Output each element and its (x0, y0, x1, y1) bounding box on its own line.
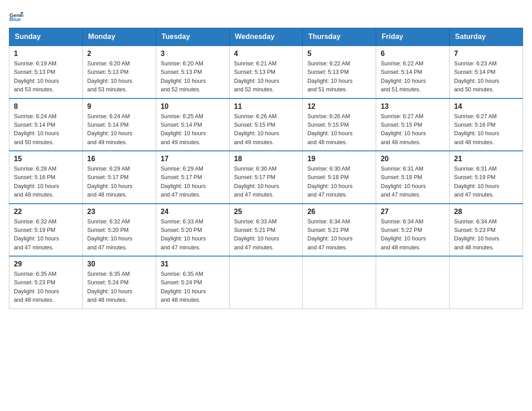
week-row-1: 1 Sunrise: 6:19 AM Sunset: 5:13 PM Dayli… (9, 46, 523, 98)
week-row-2: 8 Sunrise: 6:24 AM Sunset: 5:14 PM Dayli… (9, 98, 523, 151)
calendar-cell: 8 Sunrise: 6:24 AM Sunset: 5:14 PM Dayli… (9, 98, 83, 151)
calendar-cell (376, 256, 450, 308)
day-info: Sunrise: 6:33 AM Sunset: 5:21 PM Dayligh… (234, 218, 279, 251)
calendar-cell (303, 256, 376, 308)
day-info: Sunrise: 6:29 AM Sunset: 5:17 PM Dayligh… (87, 166, 133, 198)
calendar-cell: 29 Sunrise: 6:35 AM Sunset: 5:23 PM Dayl… (9, 256, 83, 308)
calendar-cell: 9 Sunrise: 6:24 AM Sunset: 5:14 PM Dayli… (82, 98, 156, 151)
week-row-4: 22 Sunrise: 6:32 AM Sunset: 5:19 PM Dayl… (9, 204, 523, 257)
day-info: Sunrise: 6:32 AM Sunset: 5:20 PM Dayligh… (87, 218, 133, 251)
day-info: Sunrise: 6:20 AM Sunset: 5:13 PM Dayligh… (87, 60, 133, 93)
day-number: 23 (87, 208, 151, 216)
day-info: Sunrise: 6:34 AM Sunset: 5:22 PM Dayligh… (381, 218, 426, 251)
calendar-cell: 27 Sunrise: 6:34 AM Sunset: 5:22 PM Dayl… (376, 204, 450, 257)
day-number: 24 (161, 208, 225, 216)
weekday-header-wednesday: Wednesday (229, 28, 303, 46)
weekday-header-sunday: Sunday (9, 28, 83, 46)
logo-icon: General Blue (9, 9, 23, 23)
day-info: Sunrise: 6:19 AM Sunset: 5:13 PM Dayligh… (14, 60, 59, 93)
calendar-cell: 2 Sunrise: 6:20 AM Sunset: 5:13 PM Dayli… (82, 46, 156, 98)
day-info: Sunrise: 6:20 AM Sunset: 5:13 PM Dayligh… (161, 60, 206, 93)
day-number: 7 (454, 50, 518, 58)
weekday-header-friday: Friday (376, 28, 450, 46)
day-info: Sunrise: 6:28 AM Sunset: 5:16 PM Dayligh… (14, 166, 59, 198)
weekday-header-monday: Monday (82, 28, 156, 46)
day-number: 30 (87, 260, 151, 268)
calendar-cell: 13 Sunrise: 6:27 AM Sunset: 5:15 PM Dayl… (376, 98, 450, 151)
calendar-cell: 26 Sunrise: 6:34 AM Sunset: 5:21 PM Dayl… (303, 204, 376, 257)
day-number: 31 (161, 260, 225, 268)
calendar-cell: 22 Sunrise: 6:32 AM Sunset: 5:19 PM Dayl… (9, 204, 83, 257)
calendar-cell: 31 Sunrise: 6:35 AM Sunset: 5:24 PM Dayl… (156, 256, 229, 308)
day-number: 13 (381, 103, 445, 111)
day-info: Sunrise: 6:27 AM Sunset: 5:16 PM Dayligh… (454, 113, 499, 146)
svg-text:Blue: Blue (9, 16, 21, 22)
day-info: Sunrise: 6:24 AM Sunset: 5:14 PM Dayligh… (87, 113, 133, 146)
day-number: 5 (307, 50, 371, 58)
calendar-cell (229, 256, 303, 308)
day-number: 1 (14, 50, 78, 58)
calendar-cell: 12 Sunrise: 6:26 AM Sunset: 5:15 PM Dayl… (303, 98, 376, 151)
weekday-header-thursday: Thursday (303, 28, 376, 46)
day-info: Sunrise: 6:34 AM Sunset: 5:21 PM Dayligh… (307, 218, 352, 251)
day-info: Sunrise: 6:21 AM Sunset: 5:13 PM Dayligh… (234, 60, 279, 93)
day-number: 14 (454, 103, 518, 111)
calendar-cell: 10 Sunrise: 6:25 AM Sunset: 5:14 PM Dayl… (156, 98, 229, 151)
day-info: Sunrise: 6:30 AM Sunset: 5:18 PM Dayligh… (307, 166, 352, 198)
day-number: 17 (161, 155, 225, 163)
calendar-cell: 24 Sunrise: 6:33 AM Sunset: 5:20 PM Dayl… (156, 204, 229, 257)
day-number: 27 (381, 208, 445, 216)
day-number: 18 (234, 155, 298, 163)
day-info: Sunrise: 6:31 AM Sunset: 5:19 PM Dayligh… (454, 166, 499, 198)
day-number: 22 (14, 208, 78, 216)
calendar-cell (450, 256, 523, 308)
calendar-cell: 21 Sunrise: 6:31 AM Sunset: 5:19 PM Dayl… (450, 151, 523, 204)
calendar-cell: 4 Sunrise: 6:21 AM Sunset: 5:13 PM Dayli… (229, 46, 303, 98)
day-number: 25 (234, 208, 298, 216)
week-row-3: 15 Sunrise: 6:28 AM Sunset: 5:16 PM Dayl… (9, 151, 523, 204)
day-info: Sunrise: 6:27 AM Sunset: 5:15 PM Dayligh… (381, 113, 426, 146)
day-number: 28 (454, 208, 518, 216)
day-info: Sunrise: 6:31 AM Sunset: 5:18 PM Dayligh… (381, 166, 426, 198)
calendar-cell: 23 Sunrise: 6:32 AM Sunset: 5:20 PM Dayl… (82, 204, 156, 257)
day-number: 15 (14, 155, 78, 163)
calendar-cell: 3 Sunrise: 6:20 AM Sunset: 5:13 PM Dayli… (156, 46, 229, 98)
calendar-cell: 18 Sunrise: 6:30 AM Sunset: 5:17 PM Dayl… (229, 151, 303, 204)
day-number: 12 (307, 103, 371, 111)
day-number: 16 (87, 155, 151, 163)
day-number: 20 (381, 155, 445, 163)
calendar-cell: 20 Sunrise: 6:31 AM Sunset: 5:18 PM Dayl… (376, 151, 450, 204)
calendar-cell: 14 Sunrise: 6:27 AM Sunset: 5:16 PM Dayl… (450, 98, 523, 151)
calendar-cell: 25 Sunrise: 6:33 AM Sunset: 5:21 PM Dayl… (229, 204, 303, 257)
day-number: 9 (87, 103, 151, 111)
calendar-cell: 7 Sunrise: 6:23 AM Sunset: 5:14 PM Dayli… (450, 46, 523, 98)
day-info: Sunrise: 6:26 AM Sunset: 5:15 PM Dayligh… (307, 113, 352, 146)
calendar-cell: 16 Sunrise: 6:29 AM Sunset: 5:17 PM Dayl… (82, 151, 156, 204)
calendar-cell: 28 Sunrise: 6:34 AM Sunset: 5:23 PM Dayl… (450, 204, 523, 257)
day-info: Sunrise: 6:23 AM Sunset: 5:14 PM Dayligh… (454, 60, 499, 93)
day-number: 26 (307, 208, 371, 216)
calendar-cell: 19 Sunrise: 6:30 AM Sunset: 5:18 PM Dayl… (303, 151, 376, 204)
page-header: General Blue (9, 9, 523, 23)
calendar-cell: 30 Sunrise: 6:35 AM Sunset: 5:24 PM Dayl… (82, 256, 156, 308)
calendar-cell: 15 Sunrise: 6:28 AM Sunset: 5:16 PM Dayl… (9, 151, 83, 204)
day-info: Sunrise: 6:26 AM Sunset: 5:15 PM Dayligh… (234, 113, 279, 146)
calendar-table: SundayMondayTuesdayWednesdayThursdayFrid… (9, 28, 523, 309)
day-info: Sunrise: 6:24 AM Sunset: 5:14 PM Dayligh… (14, 113, 59, 146)
calendar-cell: 1 Sunrise: 6:19 AM Sunset: 5:13 PM Dayli… (9, 46, 83, 98)
weekday-header-row: SundayMondayTuesdayWednesdayThursdayFrid… (9, 28, 523, 46)
week-row-5: 29 Sunrise: 6:35 AM Sunset: 5:23 PM Dayl… (9, 256, 523, 308)
weekday-header-tuesday: Tuesday (156, 28, 229, 46)
day-number: 4 (234, 50, 298, 58)
day-number: 10 (161, 103, 225, 111)
weekday-header-saturday: Saturday (450, 28, 523, 46)
calendar-cell: 17 Sunrise: 6:29 AM Sunset: 5:17 PM Dayl… (156, 151, 229, 204)
day-number: 3 (161, 50, 225, 58)
day-number: 8 (14, 103, 78, 111)
day-number: 21 (454, 155, 518, 163)
logo: General Blue (9, 9, 23, 23)
calendar-cell: 11 Sunrise: 6:26 AM Sunset: 5:15 PM Dayl… (229, 98, 303, 151)
calendar-cell: 5 Sunrise: 6:22 AM Sunset: 5:13 PM Dayli… (303, 46, 376, 98)
day-info: Sunrise: 6:29 AM Sunset: 5:17 PM Dayligh… (161, 166, 206, 198)
day-info: Sunrise: 6:35 AM Sunset: 5:24 PM Dayligh… (87, 271, 133, 303)
